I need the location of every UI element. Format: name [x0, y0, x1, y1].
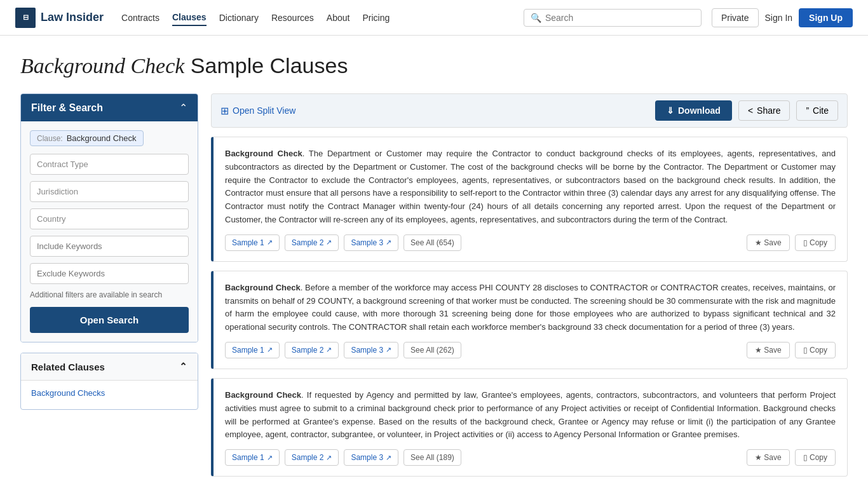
country-select[interactable]: Country — [30, 208, 189, 229]
results-toolbar: ⊞ Open Split View ⇓ Download < Share ” C… — [211, 93, 848, 128]
see-all-button[interactable]: See All (189) — [403, 449, 461, 466]
download-button[interactable]: ⇓ Download — [655, 100, 732, 121]
filter-collapse-icon[interactable]: ⌃ — [179, 102, 187, 114]
split-view-label: Open Split View — [233, 105, 295, 116]
copy-button[interactable]: ▯ Copy — [795, 234, 836, 251]
share-icon: < — [748, 105, 753, 116]
page-title: Background Check Sample Clauses — [20, 53, 848, 78]
filter-body: Clause: Background Check Contract Type J… — [21, 121, 198, 342]
sample-3-button[interactable]: Sample 3 ↗ — [344, 234, 398, 251]
copy-button[interactable]: ▯ Copy — [795, 342, 836, 358]
logo-icon: ⊟ — [15, 8, 36, 28]
save-button[interactable]: ★ Save — [747, 449, 790, 466]
sample-1-button[interactable]: Sample 1 ↗ — [225, 449, 280, 466]
sidebar: Filter & Search ⌃ Clause: Background Che… — [20, 93, 198, 410]
save-button[interactable]: ★ Save — [747, 234, 790, 251]
cite-icon: ” — [806, 105, 809, 116]
share-label: Share — [757, 105, 780, 116]
clause-card: Background Check. If requested by Agency… — [211, 378, 848, 477]
signup-button[interactable]: Sign Up — [799, 8, 853, 27]
main-nav: ContractsClausesDictionaryResourcesAbout… — [121, 10, 390, 26]
nav-item-clauses[interactable]: Clauses — [172, 10, 207, 26]
open-search-button[interactable]: Open Search — [30, 307, 189, 333]
signin-button[interactable]: Sign In — [765, 13, 793, 23]
filter-title: Filter & Search — [31, 102, 103, 114]
download-label: Download — [678, 105, 721, 116]
navbar-actions: Private Sign In Sign Up — [712, 8, 853, 27]
related-link-background-checks[interactable]: Background Checks — [31, 388, 187, 398]
contract-type-select[interactable]: Contract Type — [30, 154, 189, 175]
logo[interactable]: ⊟ Law Insider — [15, 8, 104, 28]
related-body: Background Checks — [21, 381, 198, 409]
sample-2-button[interactable]: Sample 2 ↗ — [285, 234, 339, 251]
share-button[interactable]: < Share — [738, 100, 790, 121]
clause-text: Background Check. The Department or Cust… — [225, 147, 836, 227]
cite-label: Cite — [813, 105, 829, 116]
related-title: Related Clauses — [31, 362, 105, 372]
sample-3-button[interactable]: Sample 3 ↗ — [344, 342, 398, 358]
clause-actions: Sample 1 ↗Sample 2 ↗Sample 3 ↗See All (6… — [225, 234, 836, 251]
clause-card: Background Check. Before a member of the… — [211, 271, 848, 369]
page-title-normal: Sample Clauses — [184, 53, 348, 78]
logo-text: Law Insider — [41, 11, 104, 24]
clause-tag-label: Clause: — [37, 134, 63, 143]
search-bar: 🔍 — [524, 9, 702, 27]
private-button[interactable]: Private — [712, 8, 759, 27]
sample-2-button[interactable]: Sample 2 ↗ — [285, 342, 339, 358]
see-all-button[interactable]: See All (654) — [403, 234, 461, 251]
search-input[interactable] — [545, 13, 695, 23]
nav-item-contracts[interactable]: Contracts — [121, 10, 159, 25]
clause-tag-value: Background Check — [67, 133, 137, 143]
clause-tag: Clause: Background Check — [30, 130, 144, 146]
sample-1-button[interactable]: Sample 1 ↗ — [225, 234, 280, 251]
filter-note: Additional filters are available in sear… — [30, 290, 189, 299]
related-collapse-icon[interactable]: ⌃ — [179, 361, 187, 372]
nav-item-about[interactable]: About — [327, 10, 350, 25]
clause-card: Background Check. The Department or Cust… — [211, 137, 848, 262]
sample-3-button[interactable]: Sample 3 ↗ — [344, 449, 398, 466]
related-box: Related Clauses ⌃ Background Checks — [20, 353, 198, 410]
split-view-button[interactable]: ⊞ Open Split View — [220, 105, 295, 117]
clause-cards: Background Check. The Department or Cust… — [211, 137, 848, 477]
include-keywords-input[interactable] — [30, 236, 189, 257]
clause-actions: Sample 1 ↗Sample 2 ↗Sample 3 ↗See All (1… — [225, 449, 836, 466]
clause-actions: Sample 1 ↗Sample 2 ↗Sample 3 ↗See All (2… — [225, 342, 836, 358]
filter-box: Filter & Search ⌃ Clause: Background Che… — [20, 93, 198, 342]
copy-button[interactable]: ▯ Copy — [795, 449, 836, 466]
nav-item-pricing[interactable]: Pricing — [362, 10, 390, 25]
see-all-button[interactable]: See All (262) — [403, 342, 461, 358]
results-area: ⊞ Open Split View ⇓ Download < Share ” C… — [211, 93, 848, 485]
filter-header: Filter & Search ⌃ — [21, 94, 198, 121]
related-header: Related Clauses ⌃ — [21, 353, 198, 381]
nav-item-resources[interactable]: Resources — [271, 10, 314, 25]
cite-button[interactable]: ” Cite — [796, 100, 838, 121]
exclude-keywords-input[interactable] — [30, 263, 189, 284]
navbar: ⊟ Law Insider ContractsClausesDictionary… — [0, 0, 868, 36]
jurisdiction-select[interactable]: Jurisdiction — [30, 181, 189, 202]
clause-text: Background Check. If requested by Agency… — [225, 389, 836, 442]
search-icon: 🔍 — [531, 13, 541, 23]
page-title-italic: Background Check — [20, 54, 184, 78]
main-layout: Filter & Search ⌃ Clause: Background Che… — [20, 93, 848, 485]
sample-1-button[interactable]: Sample 1 ↗ — [225, 342, 280, 358]
save-button[interactable]: ★ Save — [747, 342, 790, 358]
clause-actions-right: ★ Save▯ Copy — [747, 234, 836, 251]
clause-text: Background Check. Before a member of the… — [225, 281, 836, 334]
nav-item-dictionary[interactable]: Dictionary — [219, 10, 259, 25]
download-icon: ⇓ — [667, 105, 674, 116]
sample-2-button[interactable]: Sample 2 ↗ — [285, 449, 339, 466]
clause-actions-right: ★ Save▯ Copy — [747, 342, 836, 358]
clause-actions-right: ★ Save▯ Copy — [747, 449, 836, 466]
split-view-icon: ⊞ — [220, 105, 229, 117]
page-content: Background Check Sample Clauses Filter &… — [0, 36, 868, 488]
